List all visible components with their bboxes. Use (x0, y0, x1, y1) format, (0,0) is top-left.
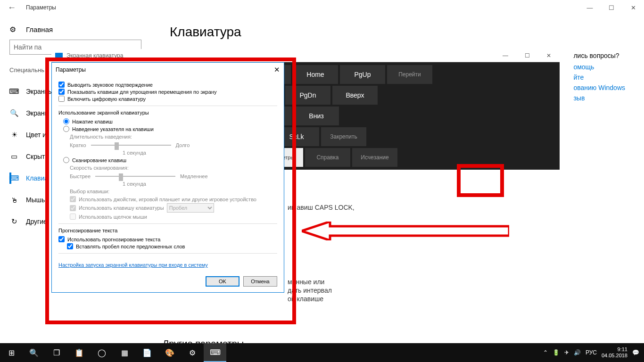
sidebar-item-icon: ⌨ (9, 173, 19, 183)
taskbar-word[interactable]: 📄 (136, 343, 158, 362)
hover-slider (91, 141, 171, 149)
taskbar-settings[interactable]: ⚙ (181, 343, 204, 362)
osk-key[interactable]: PgUp (340, 65, 385, 84)
sidebar-item-icon: ☀ (9, 130, 19, 140)
taskbar-paint[interactable]: 🎨 (158, 343, 181, 362)
taskbar-osk[interactable]: ⌨ (204, 343, 226, 362)
osk-close[interactable]: ✕ (538, 49, 560, 62)
help-link[interactable]: йте (573, 74, 625, 81)
chk-showkeys[interactable] (58, 89, 65, 95)
chk-joystick-label: Использовать джойстик, игровой планшет и… (79, 197, 256, 202)
radio-hover-label: Наведение указателя на клавиши (72, 126, 154, 132)
cancel-button[interactable]: Отмена (243, 276, 277, 287)
slider-value: 1 секунда (94, 150, 174, 156)
window-title: Параметры (26, 4, 56, 11)
home-label: Главная (26, 25, 53, 33)
tray-language[interactable]: РУС (586, 349, 597, 356)
chk-insertspace-label: Вставлять пробел после предложенных слов (76, 244, 185, 249)
help-link[interactable]: зыв (573, 94, 625, 102)
chk-prediction-label: Использовать прогнозирование текста (67, 237, 160, 242)
home-link[interactable]: ⚙ Главная (9, 25, 156, 34)
osk-key[interactable]: PgDn (285, 86, 330, 105)
slider-value: 1 секунда (94, 181, 174, 187)
body-text-fragment: дать интервал (288, 287, 332, 294)
radio-scan[interactable] (63, 157, 69, 163)
radio-scan-label: Сканирование клавиш (72, 157, 126, 163)
sidebar-item-label: Экранн (26, 109, 48, 117)
close-button[interactable]: ✕ (622, 0, 644, 15)
group-prediction: Прогнозирование текста (58, 228, 277, 233)
back-button[interactable]: ← (5, 0, 19, 15)
taskbar-app[interactable]: 📋 (68, 343, 91, 362)
sidebar-item-label: Цвет и (26, 131, 46, 139)
radio-hover[interactable] (63, 126, 69, 132)
ok-button[interactable]: OK (206, 276, 239, 287)
osk-key[interactable]: Исчезание (352, 148, 397, 167)
help-link[interactable]: омощь (573, 63, 625, 71)
task-view-button[interactable]: ❐ (45, 343, 68, 362)
tray-up-icon[interactable]: ⌃ (543, 349, 548, 356)
help-heading: лись вопросы? (573, 52, 625, 59)
slider-min-label: Кратко (70, 142, 86, 148)
taskbar-excel[interactable]: ▦ (113, 343, 136, 362)
search-button[interactable]: 🔍 (23, 343, 45, 362)
osk-settings-dialog: Параметры ✕ Выводить звуковое подтвержде… (51, 62, 284, 293)
chk-joystick (70, 196, 76, 202)
hover-duration-label: Длительность наведения: (70, 134, 277, 140)
chk-sound[interactable] (58, 82, 65, 88)
osk-key[interactable]: Вниз (294, 107, 339, 125)
chk-mouseclick (70, 214, 76, 220)
slider-min-label: Быстрее (70, 173, 91, 179)
scan-slider (95, 173, 175, 180)
sidebar-item-label: Экранны (26, 88, 53, 95)
help-link[interactable]: ованию Windows (573, 84, 625, 91)
slider-max-label: Медленнее (180, 173, 208, 179)
body-text-fragment: менные или (288, 278, 324, 286)
taskbar: ⊞ 🔍 ❐ 📋 ◯ ▦ 📄 🎨 ⚙ ⌨ ⌃ 🔋 ✈ 🔊 РУС 9:11 04.… (0, 343, 644, 362)
dialog-close[interactable]: ✕ (274, 66, 280, 74)
chk-insertspace[interactable] (67, 243, 73, 249)
kbd-key-select: Пробел (167, 203, 214, 213)
scan-speed-label: Скорость сканирования: (70, 165, 277, 171)
sidebar-item-icon: ↻ (9, 217, 19, 226)
body-text-fragment: ии авиш CAPS LOCK, (288, 204, 355, 211)
tray-airplane-icon[interactable]: ✈ (564, 349, 569, 356)
page-title: Клавиатура (170, 25, 644, 40)
tray-clock[interactable]: 9:11 04.05.2018 (602, 346, 627, 359)
body-text-fragment: ой клавише (288, 295, 323, 303)
sidebar-item-label: Скрыть (26, 153, 49, 160)
chk-showkeys-label: Показывать клавиши для упрощения перемещ… (67, 89, 216, 95)
tray-volume-icon[interactable]: 🔊 (574, 349, 581, 356)
osk-key[interactable]: Home (293, 65, 338, 84)
login-settings-link[interactable]: Настройка запуска экранной клавиатуры пр… (58, 262, 208, 268)
osk-minimize[interactable]: — (495, 49, 516, 62)
maximize-button[interactable]: ☐ (601, 0, 622, 15)
osk-key[interactable]: Справка (305, 148, 350, 167)
sidebar-item-label: Клавиа (26, 174, 48, 182)
chk-numpad[interactable] (58, 96, 65, 102)
osk-key[interactable]: Закрепить (321, 127, 366, 146)
sidebar-item-label: Другие (26, 218, 47, 225)
chk-kbdkey-label: Использовать клавишу клавиатуры (79, 205, 164, 211)
help-panel: лись вопросы? омощьйтеованию Windowsзыв (573, 52, 625, 105)
system-tray: ⌃ 🔋 ✈ 🔊 РУС 9:11 04.05.2018 💬 (543, 346, 644, 359)
tray-notifications-icon[interactable]: 💬 (632, 349, 639, 356)
radio-click[interactable] (63, 118, 69, 124)
chk-sound-label: Выводить звуковое подтверждение (67, 82, 153, 88)
minimize-button[interactable]: — (579, 0, 601, 15)
taskbar-chrome[interactable]: ◯ (91, 343, 113, 362)
chk-mouseclick-label: Использовать щелчок мыши (79, 214, 147, 220)
osk-key[interactable]: Перейти (387, 65, 432, 84)
group-usage: Использование экранной клавиатуры (58, 110, 277, 115)
tray-battery-icon[interactable]: 🔋 (553, 349, 560, 356)
gear-icon: ⚙ (9, 25, 19, 34)
chk-prediction[interactable] (58, 236, 65, 242)
slider-max-label: Долго (176, 142, 190, 148)
osk-key[interactable]: Вверх (332, 86, 378, 105)
dialog-titlebar: Параметры ✕ (52, 63, 284, 77)
osk-title: Экранная клавиатура (66, 52, 123, 59)
dialog-title: Параметры (56, 66, 86, 73)
start-button[interactable]: ⊞ (0, 343, 23, 362)
osk-maximize[interactable]: ☐ (516, 49, 538, 62)
sidebar-item-label: Мышь (26, 196, 45, 204)
